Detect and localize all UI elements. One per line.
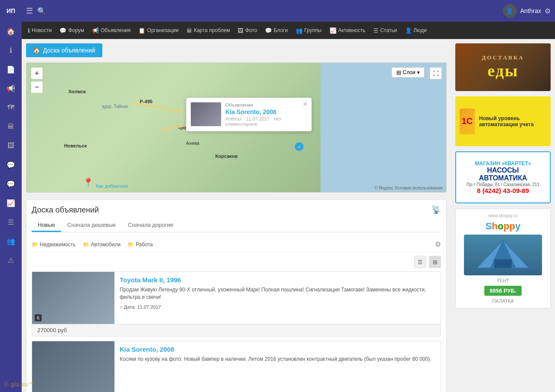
- shoppy-product-label: ТЕНТ: [497, 278, 509, 283]
- list-view-button[interactable]: ☰: [414, 256, 426, 268]
- filter-button[interactable]: ⚙: [435, 240, 441, 248]
- ads-icon: 📢: [92, 27, 99, 34]
- listing-date-1: ○ Дата: 11.07.2017: [120, 304, 435, 310]
- sidebar-icon-alert[interactable]: ⚠: [0, 251, 22, 270]
- cat-jobs[interactable]: 📁 Работа: [127, 242, 153, 248]
- nav-label-problems: Карта проблем: [194, 27, 230, 33]
- ad-kvartet-content: МАГАЗИН «КВАРТЕТ» НАСОСЫАВТОМАТИКА Пр-т …: [455, 151, 551, 203]
- layers-icon: ▤: [396, 69, 401, 75]
- cat-cars[interactable]: 📁 Автомобили: [83, 242, 121, 248]
- map-pin-korsakov[interactable]: ✓: [295, 142, 304, 151]
- listing-title-1[interactable]: Toyota Mark II, 1996: [120, 276, 435, 284]
- popup-title[interactable]: Kia Sorento, 2008: [225, 108, 307, 115]
- username: Anthrax: [520, 7, 541, 14]
- nav-item-ads[interactable]: 📢 Объявления: [88, 26, 134, 36]
- breadcrumb-button[interactable]: 🏠 Доска объявлений: [26, 43, 102, 57]
- app-logo: ИП: [0, 0, 22, 22]
- popup-close-button[interactable]: ✕: [303, 101, 308, 108]
- popup-meta: Anthrax 11.07.2017 Нет комментариев: [225, 116, 307, 127]
- cat-realty-label: Недвижимость: [40, 242, 76, 248]
- nav-label-photo: Фото: [245, 27, 257, 33]
- nav-item-articles[interactable]: ☰ Статьи: [370, 26, 401, 36]
- breadcrumb: 🏠 Доска объявлений: [26, 43, 447, 57]
- cars-icon: 📁: [83, 242, 89, 248]
- sidebar-icon-comment[interactable]: 💬: [0, 174, 22, 193]
- map-background: Холмск Р-495 вдхр. Тайное Южно-Сахалинск…: [26, 63, 446, 192]
- cat-realty[interactable]: 📁 Недвижимость: [32, 242, 76, 248]
- articles-icon: ☰: [373, 27, 379, 34]
- ads-board-title: Доска объявлений: [32, 206, 99, 215]
- tab-new[interactable]: Новые: [32, 219, 61, 232]
- map-zoom-in[interactable]: +: [31, 67, 43, 79]
- sidebar-icon-home[interactable]: 🏠: [0, 22, 22, 41]
- popup-date: 11.07.2017: [246, 116, 270, 121]
- nav-item-people[interactable]: 👤 Люди: [402, 26, 430, 36]
- nav-label-blogs: Блоги: [274, 27, 288, 33]
- left-sidebar: ИП 🏠 ℹ 📄 📢 🗺 🏛 🖼 💬 💬 📈 ☰ 👥 ⚠: [0, 0, 22, 392]
- nav-item-problems[interactable]: 🏛 Карта проблем: [183, 26, 234, 36]
- tab-cheapest[interactable]: Сначала дешевые: [61, 219, 122, 232]
- photo-icon: 🖼: [238, 27, 243, 34]
- sidebar-icon-activity[interactable]: 📈: [0, 193, 22, 212]
- nav-label-forum: Форум: [68, 27, 84, 33]
- shoppy-tent-image: [464, 235, 542, 275]
- view-toggles: ☰ ⊞: [32, 256, 441, 268]
- page-content: 🏠 Доска объявлений Холмск Р-495 вдхр. Та…: [22, 39, 555, 392]
- popup-image: [191, 102, 221, 126]
- ads-section: Доска объявлений 📡 Новые Сначала дешевые…: [26, 199, 447, 392]
- hamburger-button[interactable]: ☰: [26, 6, 33, 16]
- sidebar-icon-info[interactable]: ℹ: [0, 41, 22, 60]
- nav-item-blogs[interactable]: 💬 Блоги: [261, 26, 291, 36]
- listing-image-2: [32, 341, 114, 392]
- nav-item-activity[interactable]: 📈 Активность: [326, 26, 369, 36]
- map-expand-button[interactable]: ⛶: [430, 67, 442, 79]
- ad-kvartet-banner[interactable]: МАГАЗИН «КВАРТЕТ» НАСОСЫАВТОМАТИКА Пр-т …: [455, 151, 551, 203]
- grid-view-button[interactable]: ⊞: [429, 256, 441, 268]
- ad-1c-content: 1С Новый уровень автоматизации учета: [455, 96, 551, 146]
- sidebar-icon-blog[interactable]: 💬: [0, 155, 22, 174]
- breadcrumb-label: Доска объявлений: [43, 47, 95, 54]
- map-label-lake: вдхр. Тайное: [102, 104, 128, 109]
- ads-header: Доска объявлений 📡: [32, 205, 441, 215]
- ad-shoppy-banner[interactable]: www.shoppy.ru Shoppy ТЕНТ 9856 РУБ. ПАЛА…: [455, 209, 551, 308]
- tab-expensive[interactable]: Сначала дорогие: [122, 219, 179, 232]
- listing-body-1: Toyota Mark II, 1996 Продам Живую Легенд…: [114, 272, 441, 324]
- rss-icon[interactable]: 📡: [431, 205, 441, 215]
- nav-item-news[interactable]: ℹ Новости: [24, 26, 55, 36]
- date-value-1: 11.07.2017: [137, 304, 161, 310]
- nav-label-groups: Группы: [304, 27, 322, 33]
- groups-icon: 👥: [296, 27, 303, 34]
- avatar: 👤: [503, 4, 517, 18]
- sidebar-icon-photo[interactable]: 🖼: [0, 136, 22, 155]
- nav-item-photo[interactable]: 🖼 Фото: [234, 26, 261, 36]
- popup-author: Anthrax: [225, 116, 242, 121]
- svg-rect-2: [494, 259, 512, 268]
- popup-category: Объявления: [225, 102, 307, 108]
- map-pin-red[interactable]: 📍: [83, 177, 94, 188]
- sidebar-icon-doc[interactable]: 📄: [0, 60, 22, 79]
- map-layers-button[interactable]: ▤ Слои ▾: [392, 67, 424, 78]
- search-button[interactable]: 🔍: [37, 7, 46, 15]
- date-label: ○ Дата:: [120, 304, 137, 310]
- sidebar-icon-announce[interactable]: 📢: [0, 79, 22, 98]
- nav-item-groups[interactable]: 👥 Группы: [292, 26, 325, 36]
- map-howto-link[interactable]: Как добраться: [96, 183, 127, 189]
- nav-item-forum[interactable]: 💬 Форум: [56, 26, 87, 36]
- nav-item-orgs[interactable]: 📋 Организации: [135, 26, 182, 36]
- ad-1c-banner[interactable]: 1С Новый уровень автоматизации учета: [455, 96, 551, 146]
- ad-food-banner[interactable]: ДОСТАВКА еды: [455, 43, 551, 91]
- sidebar-icon-org[interactable]: 🏛: [0, 117, 22, 136]
- sidebar-icon-menu[interactable]: ☰: [0, 212, 22, 232]
- sidebar-icon-map[interactable]: 🗺: [0, 98, 22, 117]
- listing-inner: 6 Toyota Mark II, 1996 Продам Живую Леге…: [32, 272, 441, 324]
- map-zoom-out[interactable]: −: [31, 81, 43, 93]
- listing-title-2[interactable]: Kia Sorento, 2008: [120, 346, 435, 353]
- ad-kvartet-items: НАСОСЫАВТОМАТИКА: [479, 167, 527, 182]
- layers-chevron-icon: ▾: [417, 69, 420, 75]
- settings-icon[interactable]: ⚙: [545, 7, 551, 15]
- sidebar-icon-groups[interactable]: 👥: [0, 232, 22, 251]
- listing-inner-2: Kia Sorento, 2008 Косяки по кузову на фо…: [32, 341, 441, 392]
- shoppy-price: 9856 РУБ.: [484, 286, 522, 296]
- listing-item-2: Kia Sorento, 2008 Косяки по кузову на фо…: [32, 341, 441, 392]
- news-icon: ℹ: [28, 27, 30, 34]
